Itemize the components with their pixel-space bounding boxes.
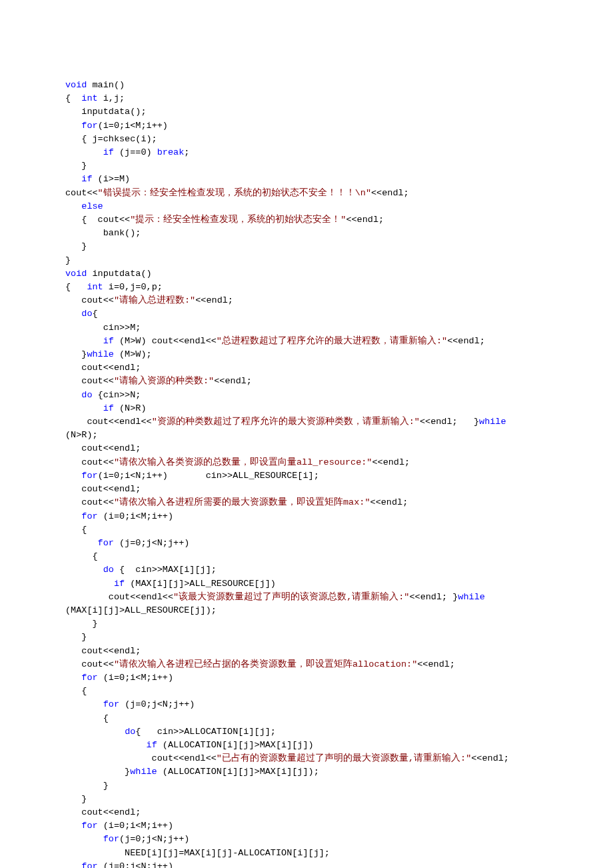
text-token: NEED[i][j]=MAX[i][j]-ALLOCATION[i][j];: [65, 848, 330, 858]
text-token: }: [65, 767, 130, 777]
code-line: }while (ALLOCATION[i][j]>MAX[i][j]);: [65, 767, 319, 777]
text-token: cout<<: [65, 659, 114, 669]
text-token: (N>R);: [65, 430, 98, 440]
text-token: (i=0;i<N;i++) cin>>ALL_RESOURCE[i];: [98, 471, 319, 481]
code-line: {: [65, 713, 109, 723]
code-line: cout<<"请输入资源的种类数:"<<endl;: [65, 376, 252, 386]
string-token: "请输入总进程数:": [114, 295, 195, 305]
keyword-token: if: [147, 740, 157, 750]
text-token: {: [65, 713, 109, 723]
code-line: cout<<endl;: [65, 363, 141, 373]
text-token: cout<<endl;: [65, 443, 141, 453]
keyword-token: for: [103, 699, 119, 709]
text-token: <<endl;: [417, 659, 455, 669]
code-line: { j=chksec(i);: [65, 134, 157, 144]
text-token: [65, 565, 103, 575]
text-token: {: [65, 551, 98, 561]
code-line: }while (M>W);: [65, 349, 152, 359]
text-token: {: [65, 93, 81, 103]
code-line: {: [65, 686, 87, 696]
string-token: "错误提示：经安全性检查发现，系统的初始状态不安全！！！\n": [98, 188, 371, 198]
code-line: {: [65, 551, 98, 561]
type-token: void: [65, 269, 87, 279]
text-token: cout<<endl;: [65, 807, 141, 817]
text-token: [65, 336, 103, 346]
code-line: cout<<endl;: [65, 646, 141, 656]
string-token: "总进程数超过了程序允许的最大进程数，请重新输入:": [217, 336, 447, 346]
code-line: cout<<"错误提示：经安全性检查发现，系统的初始状态不安全！！！\n"<<e…: [65, 188, 409, 198]
keyword-token: while: [130, 767, 157, 777]
text-token: <<endl; }: [409, 592, 458, 602]
text-token: [65, 861, 81, 868]
code-line: { int i,j;: [65, 93, 125, 103]
text-token: { cin>>MAX[i][j];: [114, 565, 217, 575]
code-line: for (j=0;j<N;j++): [65, 699, 195, 709]
text-token: (j=0;j<N;j++): [98, 861, 173, 868]
keyword-token: if: [103, 147, 114, 157]
code-line: else: [65, 201, 103, 211]
text-token: inputdata(): [87, 269, 151, 279]
keyword-token: for: [81, 511, 97, 521]
text-token: [65, 579, 114, 589]
code-line: }: [65, 632, 87, 642]
code-line: cout<<endl;: [65, 484, 141, 494]
code-line: if (M>W) cout<<endl<<"总进程数超过了程序允许的最大进程数，…: [65, 336, 485, 346]
text-token: (MAX[i][j]>ALL_RESOURCE[j]): [125, 579, 276, 589]
text-token: {: [65, 525, 87, 535]
code-line: for (i=0;i<M;i++): [65, 673, 173, 683]
keyword-token: for: [98, 538, 114, 548]
code-line: if (j==0) break;: [65, 147, 189, 157]
string-token: "请依次输入各类资源的总数量，即设置向量all_resource:": [114, 457, 372, 467]
text-token: [65, 538, 98, 548]
code-line: void inputdata(): [65, 269, 152, 279]
code-line: do{ cin>>ALLOCATION[i][j];: [65, 727, 276, 737]
text-token: i=0,j=0,p;: [103, 282, 163, 292]
keyword-token: else: [81, 201, 103, 211]
code-line: for(i=0;i<N;i++) cin>>ALL_RESOURCE[i];: [65, 471, 319, 481]
code-line: cin>>M;: [65, 323, 141, 333]
code-line: }: [65, 241, 87, 251]
text-token: cout<<endl<<: [65, 592, 173, 602]
text-token: {cin>>N;: [93, 390, 141, 400]
text-token: [65, 511, 81, 521]
text-token: i,j;: [98, 93, 125, 103]
type-token: void: [65, 80, 87, 90]
text-token: <<endl;: [371, 188, 409, 198]
text-token: cout<<endl;: [65, 484, 141, 494]
text-token: { cout<<: [65, 215, 130, 225]
text-token: [65, 821, 81, 831]
string-token: "资源的种类数超过了程序允许的最大资源种类数，请重新输入:": [152, 417, 420, 427]
keyword-token: if: [103, 336, 114, 346]
text-token: [65, 471, 81, 481]
text-token: cout<<endl<<: [65, 753, 217, 763]
keyword-token: if: [103, 403, 114, 413]
text-token: cout<<: [65, 188, 98, 198]
keyword-token: for: [81, 821, 97, 831]
keyword-token: for: [81, 471, 97, 481]
text-token: }: [65, 794, 87, 804]
keyword-token: while: [458, 592, 485, 602]
code-line: cout<<endl;: [65, 807, 141, 817]
text-token: cout<<endl<<: [65, 417, 152, 427]
code-line: cout<<endl<<"资源的种类数超过了程序允许的最大资源种类数，请重新输入…: [65, 417, 506, 427]
code-line: { cout<<"提示：经安全性检查发现，系统的初始状态安全！"<<endl;: [65, 215, 384, 225]
type-token: int: [81, 93, 97, 103]
text-token: (j=0;j<N;j++): [119, 699, 195, 709]
code-line: do{: [65, 309, 98, 319]
text-token: [65, 673, 81, 683]
text-token: { cin>>ALLOCATION[i][j];: [135, 727, 276, 737]
text-token: (i=0;i<M;i++): [98, 673, 173, 683]
keyword-token: if: [81, 174, 92, 184]
keyword-token: for: [103, 834, 119, 844]
keyword-token: do: [81, 390, 92, 400]
text-token: cout<<endl;: [65, 363, 141, 373]
text-token: <<endl;: [214, 376, 252, 386]
text-token: cin>>M;: [65, 323, 141, 333]
code-line: for(j=0;j<N;j++): [65, 834, 189, 844]
text-token: (M>W);: [114, 349, 152, 359]
document-page: void main() { int i,j; inputdata(); for(…: [0, 0, 613, 868]
code-line: do { cin>>MAX[i][j];: [65, 565, 217, 575]
keyword-token: for: [81, 673, 97, 683]
text-token: [65, 201, 81, 211]
text-token: <<endl;: [195, 295, 233, 305]
